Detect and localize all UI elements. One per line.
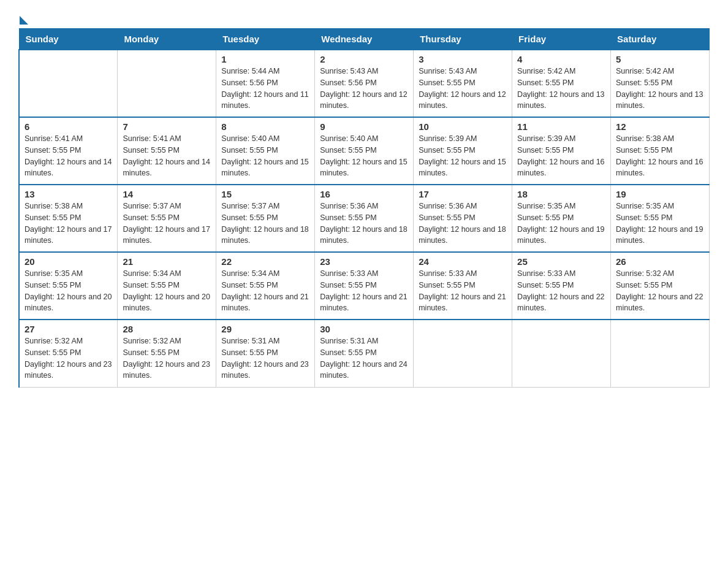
- day-number: 13: [25, 189, 112, 199]
- day-cell-17: 17Sunrise: 5:36 AMSunset: 5:55 PMDayligh…: [414, 185, 512, 252]
- day-cell-11: 11Sunrise: 5:39 AMSunset: 5:55 PMDayligh…: [512, 117, 611, 185]
- day-cell-15: 15Sunrise: 5:37 AMSunset: 5:55 PMDayligh…: [216, 185, 315, 252]
- day-info: Sunrise: 5:35 AMSunset: 5:55 PMDaylight:…: [25, 268, 112, 314]
- day-cell-29: 29Sunrise: 5:31 AMSunset: 5:55 PMDayligh…: [216, 320, 315, 387]
- day-cell-1: 1Sunrise: 5:44 AMSunset: 5:56 PMDaylight…: [216, 50, 315, 117]
- week-row-1: 1Sunrise: 5:44 AMSunset: 5:56 PMDaylight…: [19, 50, 710, 117]
- day-number: 28: [123, 324, 211, 334]
- day-info: Sunrise: 5:34 AMSunset: 5:55 PMDaylight:…: [221, 268, 309, 314]
- weekday-header-tuesday: Tuesday: [216, 29, 315, 50]
- day-cell-18: 18Sunrise: 5:35 AMSunset: 5:55 PMDayligh…: [512, 185, 611, 252]
- day-info: Sunrise: 5:31 AMSunset: 5:55 PMDaylight:…: [221, 335, 309, 381]
- weekday-header-row: SundayMondayTuesdayWednesdayThursdayFrid…: [19, 29, 710, 50]
- day-info: Sunrise: 5:41 AMSunset: 5:55 PMDaylight:…: [123, 133, 211, 179]
- weekday-header-wednesday: Wednesday: [315, 29, 414, 50]
- day-info: Sunrise: 5:43 AMSunset: 5:55 PMDaylight:…: [419, 66, 507, 112]
- day-info: Sunrise: 5:37 AMSunset: 5:55 PMDaylight:…: [221, 201, 309, 247]
- day-cell-2: 2Sunrise: 5:43 AMSunset: 5:56 PMDaylight…: [315, 50, 414, 117]
- weekday-header-monday: Monday: [118, 29, 216, 50]
- day-number: 10: [419, 121, 507, 132]
- day-number: 16: [320, 189, 408, 199]
- day-info: Sunrise: 5:33 AMSunset: 5:55 PMDaylight:…: [419, 268, 507, 314]
- day-info: Sunrise: 5:42 AMSunset: 5:55 PMDaylight:…: [616, 66, 704, 112]
- day-number: 14: [123, 189, 211, 199]
- day-cell-5: 5Sunrise: 5:42 AMSunset: 5:55 PMDaylight…: [611, 50, 710, 117]
- week-row-2: 6Sunrise: 5:41 AMSunset: 5:55 PMDaylight…: [19, 117, 710, 185]
- day-info: Sunrise: 5:32 AMSunset: 5:55 PMDaylight:…: [616, 268, 704, 314]
- day-info: Sunrise: 5:40 AMSunset: 5:55 PMDaylight:…: [320, 133, 408, 179]
- day-cell-8: 8Sunrise: 5:40 AMSunset: 5:55 PMDaylight…: [216, 117, 315, 185]
- weekday-header-friday: Friday: [512, 29, 611, 50]
- day-info: Sunrise: 5:35 AMSunset: 5:55 PMDaylight:…: [616, 201, 704, 247]
- day-number: 1: [221, 54, 309, 64]
- day-cell-12: 12Sunrise: 5:38 AMSunset: 5:55 PMDayligh…: [611, 117, 710, 185]
- day-info: Sunrise: 5:35 AMSunset: 5:55 PMDaylight:…: [517, 201, 605, 247]
- day-number: 21: [123, 256, 211, 267]
- weekday-header-sunday: Sunday: [19, 29, 118, 50]
- day-cell-empty: [611, 320, 710, 387]
- day-cell-28: 28Sunrise: 5:32 AMSunset: 5:55 PMDayligh…: [118, 320, 216, 387]
- day-info: Sunrise: 5:36 AMSunset: 5:55 PMDaylight:…: [419, 201, 507, 247]
- day-cell-30: 30Sunrise: 5:31 AMSunset: 5:55 PMDayligh…: [315, 320, 414, 387]
- day-info: Sunrise: 5:39 AMSunset: 5:55 PMDaylight:…: [517, 133, 605, 179]
- day-cell-27: 27Sunrise: 5:32 AMSunset: 5:55 PMDayligh…: [19, 320, 118, 387]
- day-number: 19: [616, 189, 704, 199]
- weekday-header-saturday: Saturday: [611, 29, 710, 50]
- day-number: 9: [320, 121, 408, 132]
- day-cell-empty: [19, 50, 118, 117]
- day-cell-23: 23Sunrise: 5:33 AMSunset: 5:55 PMDayligh…: [315, 252, 414, 320]
- day-info: Sunrise: 5:39 AMSunset: 5:55 PMDaylight:…: [419, 133, 507, 179]
- day-cell-14: 14Sunrise: 5:37 AMSunset: 5:55 PMDayligh…: [118, 185, 216, 252]
- day-cell-7: 7Sunrise: 5:41 AMSunset: 5:55 PMDaylight…: [118, 117, 216, 185]
- day-info: Sunrise: 5:41 AMSunset: 5:55 PMDaylight:…: [25, 133, 112, 179]
- day-number: 12: [616, 121, 704, 132]
- day-cell-empty: [118, 50, 216, 117]
- day-number: 7: [123, 121, 211, 132]
- day-info: Sunrise: 5:40 AMSunset: 5:55 PMDaylight:…: [221, 133, 309, 179]
- day-cell-empty: [414, 320, 512, 387]
- calendar-table: SundayMondayTuesdayWednesdayThursdayFrid…: [18, 28, 710, 388]
- day-cell-26: 26Sunrise: 5:32 AMSunset: 5:55 PMDayligh…: [611, 252, 710, 320]
- day-number: 29: [221, 324, 309, 334]
- day-number: 24: [419, 256, 507, 267]
- day-number: 26: [616, 256, 704, 267]
- day-cell-21: 21Sunrise: 5:34 AMSunset: 5:55 PMDayligh…: [118, 252, 216, 320]
- day-info: Sunrise: 5:36 AMSunset: 5:55 PMDaylight:…: [320, 201, 408, 247]
- day-info: Sunrise: 5:44 AMSunset: 5:56 PMDaylight:…: [221, 66, 309, 112]
- day-cell-9: 9Sunrise: 5:40 AMSunset: 5:55 PMDaylight…: [315, 117, 414, 185]
- day-cell-16: 16Sunrise: 5:36 AMSunset: 5:55 PMDayligh…: [315, 185, 414, 252]
- day-info: Sunrise: 5:31 AMSunset: 5:55 PMDaylight:…: [320, 335, 408, 381]
- day-cell-19: 19Sunrise: 5:35 AMSunset: 5:55 PMDayligh…: [611, 185, 710, 252]
- day-info: Sunrise: 5:32 AMSunset: 5:55 PMDaylight:…: [25, 335, 112, 381]
- logo: [18, 12, 28, 22]
- day-cell-13: 13Sunrise: 5:38 AMSunset: 5:55 PMDayligh…: [19, 185, 118, 252]
- day-number: 5: [616, 54, 704, 64]
- day-cell-22: 22Sunrise: 5:34 AMSunset: 5:55 PMDayligh…: [216, 252, 315, 320]
- day-info: Sunrise: 5:33 AMSunset: 5:55 PMDaylight:…: [517, 268, 605, 314]
- day-number: 30: [320, 324, 408, 334]
- day-info: Sunrise: 5:33 AMSunset: 5:55 PMDaylight:…: [320, 268, 408, 314]
- day-number: 27: [25, 324, 112, 334]
- day-number: 20: [25, 256, 112, 267]
- day-info: Sunrise: 5:38 AMSunset: 5:55 PMDaylight:…: [25, 201, 112, 247]
- day-number: 11: [517, 121, 605, 132]
- day-info: Sunrise: 5:34 AMSunset: 5:55 PMDaylight:…: [123, 268, 211, 314]
- day-info: Sunrise: 5:43 AMSunset: 5:56 PMDaylight:…: [320, 66, 408, 112]
- day-number: 15: [221, 189, 309, 199]
- day-number: 3: [419, 54, 507, 64]
- week-row-4: 20Sunrise: 5:35 AMSunset: 5:55 PMDayligh…: [19, 252, 710, 320]
- day-number: 8: [221, 121, 309, 132]
- day-info: Sunrise: 5:42 AMSunset: 5:55 PMDaylight:…: [517, 66, 605, 112]
- day-cell-10: 10Sunrise: 5:39 AMSunset: 5:55 PMDayligh…: [414, 117, 512, 185]
- day-number: 23: [320, 256, 408, 267]
- day-number: 4: [517, 54, 605, 64]
- day-cell-24: 24Sunrise: 5:33 AMSunset: 5:55 PMDayligh…: [414, 252, 512, 320]
- calendar-body: 1Sunrise: 5:44 AMSunset: 5:56 PMDaylight…: [19, 50, 710, 387]
- day-cell-6: 6Sunrise: 5:41 AMSunset: 5:55 PMDaylight…: [19, 117, 118, 185]
- day-cell-empty: [512, 320, 611, 387]
- day-number: 17: [419, 189, 507, 199]
- page-header: [18, 12, 710, 22]
- day-cell-4: 4Sunrise: 5:42 AMSunset: 5:55 PMDaylight…: [512, 50, 611, 117]
- week-row-5: 27Sunrise: 5:32 AMSunset: 5:55 PMDayligh…: [19, 320, 710, 387]
- day-cell-3: 3Sunrise: 5:43 AMSunset: 5:55 PMDaylight…: [414, 50, 512, 117]
